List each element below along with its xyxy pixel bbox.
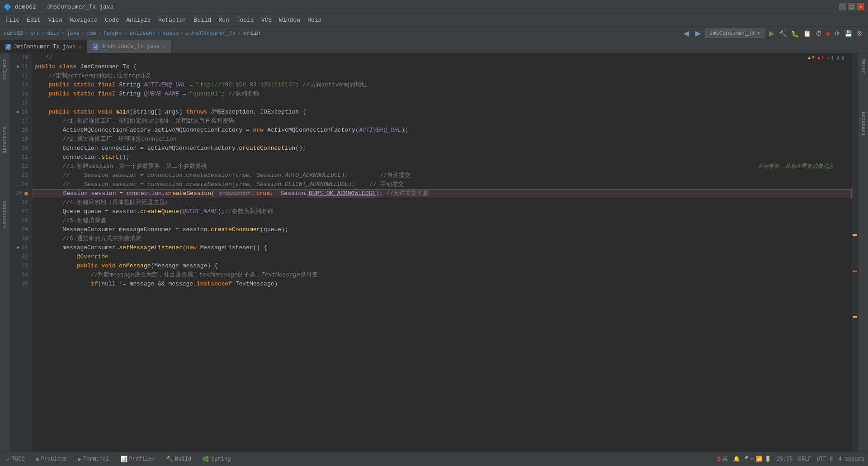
menu-file[interactable]: File (2, 16, 23, 24)
line-num-34: 34 (12, 271, 31, 280)
menu-build[interactable]: Build (190, 16, 215, 24)
menu-help[interactable]: Help (304, 16, 325, 24)
line-num-25: 25 (12, 189, 31, 198)
panel-database[interactable]: Database (859, 106, 868, 141)
app-logo: 🔷 (4, 3, 11, 11)
run-with-coverage[interactable]: 📋 (802, 28, 813, 38)
panel-favorites[interactable]: Favorites (0, 195, 9, 233)
wifi-icon: 📶 (756, 456, 763, 462)
navigate-back-button[interactable]: ◀ (682, 28, 691, 38)
panel-structure[interactable]: Structure (0, 121, 9, 159)
code-editor[interactable]: */ public class JmsConsumer_Tx { //定制act… (33, 53, 852, 452)
file-icon: ☕ (186, 30, 189, 37)
menu-view[interactable]: View (44, 16, 66, 24)
tab-terminal[interactable]: ▶ Terminal (75, 454, 112, 464)
navigate-forward-button[interactable]: ▶ (693, 28, 703, 38)
line-ending-label: CRLF (798, 456, 811, 462)
debug-button[interactable]: 🐛 (789, 28, 801, 38)
tab-profiler-label: Profiler (129, 456, 156, 462)
title-bar-left: 🔷 demo02 - JmsConsumer_Tx.java (4, 3, 113, 11)
save-all-button[interactable]: 💾 (843, 28, 854, 38)
tab-jmsproduce[interactable]: J JmsProduce_Tx.java ✕ (87, 40, 171, 53)
line-num-19: 19 (12, 135, 31, 144)
status-indentation[interactable]: 4 spaces (838, 456, 864, 462)
code-line-23: // Session session = connection.createSe… (33, 171, 852, 180)
tab-todo[interactable]: ✓ TODO (4, 454, 28, 465)
panel-project[interactable]: Project (0, 53, 9, 85)
menu-vcs[interactable]: VCS (258, 16, 275, 24)
problems-icon: ▲ (36, 456, 39, 462)
breadcrumb-activemq[interactable]: activemq (130, 30, 156, 37)
line-num-16: ▶ 16 (12, 108, 31, 117)
breadcrumb-main[interactable]: main (47, 30, 60, 37)
menu-code[interactable]: Code (101, 16, 123, 24)
code-line-13: public static final String ACTIVEMQ_URL … (33, 81, 852, 90)
right-sidebar: Maven Database (858, 53, 868, 452)
menu-window[interactable]: Window (275, 16, 304, 24)
code-line-19: //2.通过连接工厂，获得连接connection (33, 135, 852, 144)
status-line-ending[interactable]: CRLF (798, 456, 811, 462)
maximize-button[interactable]: □ (848, 3, 855, 10)
bottom-toolbar: ✓ TODO ▲ Problems ▶ Terminal 📊 Profiler … (0, 452, 868, 466)
breadcrumb-bar: demo02 › src › main › java › com › fengm… (0, 26, 868, 40)
breadcrumb-queue[interactable]: queue (162, 30, 179, 37)
menu-edit[interactable]: Edit (23, 16, 44, 24)
tab-problems[interactable]: ▲ Problems (33, 454, 70, 464)
breadcrumb-com[interactable]: com (86, 30, 96, 37)
stop-button[interactable]: ■ (825, 28, 832, 38)
title-bar-title: demo02 - JmsConsumer_Tx.java (15, 4, 113, 10)
line-num-32: 32 (12, 252, 31, 262)
menu-analyze[interactable]: Analyze (123, 16, 155, 24)
breadcrumb-demo02[interactable]: demo02 (4, 30, 23, 37)
menu-tools[interactable]: Tools (233, 16, 258, 24)
breadcrumb-class[interactable]: JmsConsumer_Tx (190, 30, 236, 37)
line-numbers: 10 ▶ 11 12 13 14 15 ▶ 16 17 18 19 20 21 (10, 53, 33, 452)
tab-close-jmsproduce[interactable]: ✕ (162, 44, 165, 50)
minimize-button[interactable]: − (839, 3, 846, 10)
title-bar-controls: − □ × (839, 3, 864, 10)
breadcrumb-src[interactable]: src (30, 30, 40, 37)
dropdown-icon: ▾ (757, 30, 760, 37)
tab-profiler[interactable]: 📊 Profiler (118, 454, 158, 465)
profile-button[interactable]: ⏱ (814, 28, 824, 38)
breadcrumb-java[interactable]: java (66, 30, 80, 37)
run-config-selector[interactable]: JmsConsumer_Tx ▾ (705, 29, 764, 38)
sync-button[interactable]: ⟳ (833, 28, 842, 38)
tab-problems-label: Problems (41, 456, 67, 462)
status-sougou: S 英 (717, 455, 728, 463)
tab-icon-jmsconsumer: J (5, 44, 11, 50)
tab-spring-label: Spring (211, 456, 231, 462)
menu-run[interactable]: Run (215, 16, 232, 24)
settings-button[interactable]: ⚙ (855, 28, 864, 38)
code-line-12: //定制activemq的地址,注意tcp协议 (33, 71, 852, 81)
tab-close-jmsconsumer[interactable]: ✕ (78, 44, 81, 50)
menu-refactor[interactable]: Refactor (155, 16, 190, 24)
run-button[interactable]: ▶ (767, 28, 776, 38)
close-button[interactable]: × (857, 3, 864, 10)
panel-maven[interactable]: Maven (859, 53, 868, 79)
tab-build[interactable]: 🔨 Build (163, 454, 194, 465)
terminal-icon: ▶ (78, 456, 81, 462)
line-num-22: 22 (12, 162, 31, 171)
status-encoding[interactable]: UTF-8 (816, 456, 833, 462)
build-button[interactable]: 🔨 (777, 28, 788, 38)
code-line-27: Queue queue = session.createQueue(QUEUE_… (33, 207, 852, 216)
menu-navigate[interactable]: Navigate (66, 16, 101, 24)
line-num-24: 24 (12, 180, 31, 189)
code-line-22: //3.创建session，第一个参数事务，第二个参数签收 开启事务，并允许重复… (33, 162, 852, 171)
code-line-16: public static void main(String[] args) t… (33, 108, 852, 117)
method-icon: m (243, 30, 246, 37)
mic-icon: 🎤 (742, 456, 749, 462)
encoding-label: UTF-8 (816, 456, 833, 462)
code-line-31: messageConsumer.setMessageListener(new M… (33, 243, 852, 252)
breadcrumb-fengmo[interactable]: fengmo (103, 30, 123, 37)
tab-jmsconsumer[interactable]: J JmsConsumer_Tx.java ✕ (0, 40, 87, 53)
tab-label-jmsconsumer: JmsConsumer_Tx.java (14, 44, 76, 50)
line-num-29: 29 (12, 225, 31, 234)
tab-spring[interactable]: 🌿 Spring (199, 454, 233, 465)
status-time: 25:56 (777, 456, 793, 462)
tabs-bar: J JmsConsumer_Tx.java ✕ J JmsProduce_Tx.… (0, 40, 868, 53)
breadcrumb-method[interactable]: main (247, 30, 260, 37)
menu-bar: File Edit View Navigate Code Analyze Ref… (0, 14, 868, 26)
code-line-17: //1.创建连接工厂，按照给定的url地址，采用默认用户名和密码 (33, 117, 852, 126)
